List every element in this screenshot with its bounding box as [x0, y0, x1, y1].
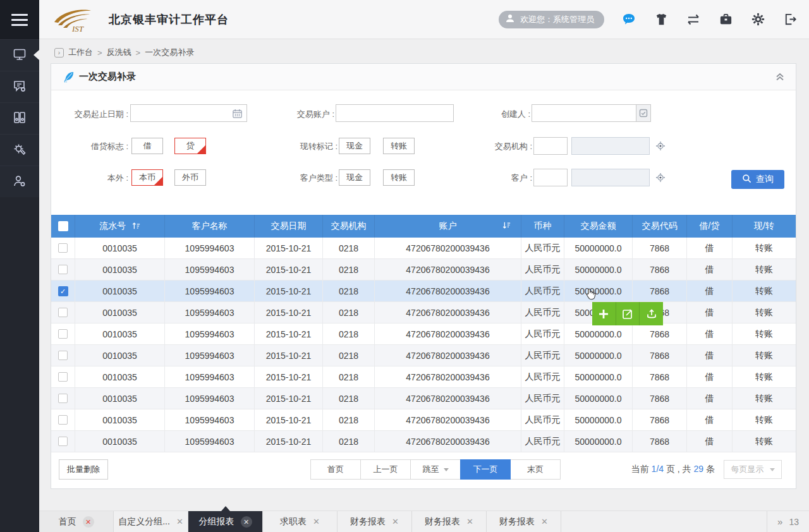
- table-row[interactable]: 001003510959946032015-10-210218472067802…: [51, 238, 796, 259]
- calendar-icon[interactable]: [232, 108, 243, 121]
- row-checkbox[interactable]: [58, 415, 68, 425]
- col-date[interactable]: 交易日期: [255, 215, 323, 238]
- row-checkbox[interactable]: [58, 372, 68, 382]
- add-icon[interactable]: [592, 302, 616, 325]
- table-row[interactable]: 001003510959946032015-10-210218472067802…: [51, 302, 796, 323]
- toggle-debit[interactable]: 借: [131, 138, 163, 154]
- col-amount[interactable]: 交易金额: [564, 215, 633, 238]
- table-row[interactable]: 001003510959946032015-10-210218472067802…: [51, 366, 796, 388]
- jump-to-page-dropdown[interactable]: 跳至: [410, 459, 461, 480]
- taskbar-tab[interactable]: 分组报表✕: [188, 511, 263, 532]
- taskbar-tab[interactable]: 财务报表✕: [338, 511, 412, 532]
- close-tab-icon[interactable]: ✕: [176, 517, 183, 526]
- row-checkbox[interactable]: [58, 329, 68, 339]
- search-button[interactable]: 查询: [731, 170, 784, 189]
- customer-locate-icon[interactable]: [655, 172, 666, 185]
- col-serial[interactable]: 流水号: [75, 215, 165, 238]
- date-range-input[interactable]: [130, 104, 247, 122]
- company-logo: IST: [49, 6, 101, 33]
- close-tab-icon[interactable]: ✕: [466, 517, 473, 526]
- row-checkbox[interactable]: ✓: [58, 286, 68, 296]
- table-cell: 人民币元: [521, 259, 564, 280]
- app-title: 北京银丰审计工作平台: [109, 12, 229, 27]
- sort-desc-icon[interactable]: [502, 221, 511, 232]
- settings-icon[interactable]: [750, 12, 765, 27]
- org-name-input[interactable]: [571, 137, 650, 155]
- export-icon[interactable]: [639, 302, 663, 325]
- col-loan[interactable]: 借/贷: [687, 215, 733, 238]
- toggle-foreign-currency[interactable]: 外币: [174, 169, 206, 186]
- col-org[interactable]: 交易机构: [323, 215, 375, 238]
- collapse-panel-icon[interactable]: [774, 71, 786, 85]
- toggle-customer-cash[interactable]: 现金: [339, 169, 370, 186]
- select-all-checkbox[interactable]: [58, 221, 68, 231]
- breadcrumb-item-workbench[interactable]: 工作台: [68, 47, 93, 58]
- account-input[interactable]: [336, 104, 454, 122]
- taskbar-tab[interactable]: 财务报表✕: [487, 511, 561, 532]
- creator-select-button[interactable]: [636, 104, 651, 122]
- toggle-transfer[interactable]: 转账: [383, 138, 415, 154]
- customer-name-input[interactable]: [571, 169, 650, 186]
- close-tab-icon[interactable]: ✕: [313, 517, 320, 526]
- table-cell: 7868: [633, 431, 687, 452]
- sidebar-item-system-tools[interactable]: [0, 134, 39, 166]
- sidebar-item-messages[interactable]: [0, 71, 39, 102]
- toggle-customer-transfer[interactable]: 转账: [383, 169, 415, 186]
- sidebar-item-archive[interactable]: [0, 102, 39, 134]
- customer-code-input[interactable]: [533, 169, 568, 186]
- close-tab-icon[interactable]: ✕: [83, 516, 94, 528]
- table-row[interactable]: 001003510959946032015-10-210218472067802…: [51, 431, 796, 452]
- prev-page-button[interactable]: 上一页: [360, 459, 411, 480]
- toolbox-icon[interactable]: [718, 12, 733, 27]
- toggle-cash[interactable]: 现金: [339, 138, 370, 154]
- breadcrumb-icon: ›: [54, 48, 64, 57]
- table-row[interactable]: 001003510959946032015-10-210218472067802…: [51, 345, 796, 366]
- row-checkbox[interactable]: [58, 308, 68, 317]
- col-account[interactable]: 账户: [375, 215, 521, 238]
- row-checkbox[interactable]: [58, 265, 68, 274]
- creator-input[interactable]: [532, 104, 636, 122]
- next-page-button[interactable]: 下一页: [460, 459, 511, 480]
- table-row[interactable]: 001003510959946032015-10-210218472067802…: [51, 409, 796, 431]
- table-cell: 0010035: [75, 366, 165, 387]
- first-page-button[interactable]: 首页: [310, 459, 361, 480]
- sort-asc-icon[interactable]: [131, 221, 140, 232]
- table-row[interactable]: ✓001003510959946032015-10-21021847206780…: [51, 281, 796, 302]
- close-tab-icon[interactable]: ✕: [392, 517, 399, 526]
- close-tab-icon[interactable]: ✕: [241, 516, 252, 528]
- taskbar-tab[interactable]: 自定义分组...✕: [114, 511, 188, 532]
- table-row[interactable]: 001003510959946032015-10-210218472067802…: [51, 259, 796, 281]
- toggle-credit[interactable]: 贷✓: [174, 138, 206, 154]
- close-tab-icon[interactable]: ✕: [541, 517, 548, 526]
- transfer-icon[interactable]: [686, 12, 701, 27]
- row-checkbox[interactable]: [58, 351, 68, 360]
- row-checkbox[interactable]: [58, 243, 68, 253]
- last-page-button[interactable]: 末页: [510, 459, 561, 480]
- col-customer-name[interactable]: 客户名称: [165, 215, 255, 238]
- col-cash[interactable]: 现/转: [733, 215, 796, 238]
- table-row[interactable]: 001003510959946032015-10-210218472067802…: [51, 388, 796, 409]
- taskbar-tab[interactable]: 求职表✕: [263, 511, 338, 532]
- logout-icon[interactable]: [782, 12, 798, 27]
- theme-icon[interactable]: [654, 12, 669, 27]
- taskbar-tab[interactable]: 财务报表✕: [412, 511, 487, 532]
- currency-flag-label: 本外 :: [51, 172, 128, 184]
- breadcrumb-item-aml[interactable]: 反洗钱: [107, 47, 131, 58]
- taskbar-tab[interactable]: 首页✕: [39, 511, 114, 532]
- row-checkbox[interactable]: [58, 394, 68, 403]
- batch-delete-button[interactable]: 批量删除: [59, 459, 108, 480]
- user-welcome-badge[interactable]: 欢迎您：系统管理员: [499, 11, 604, 28]
- table-row[interactable]: 001003510959946032015-10-210218472067802…: [51, 323, 796, 345]
- org-locate-icon[interactable]: [655, 141, 666, 154]
- messages-icon[interactable]: [621, 12, 636, 27]
- col-code[interactable]: 交易代码: [633, 215, 687, 238]
- col-currency[interactable]: 币种: [521, 215, 564, 238]
- tabs-overflow-icon[interactable]: »: [777, 516, 781, 527]
- per-page-dropdown[interactable]: 每页显示: [724, 460, 782, 479]
- sidebar-item-user-management[interactable]: [0, 166, 39, 197]
- toggle-local-currency[interactable]: 本币✓: [131, 169, 163, 186]
- menu-toggle-button[interactable]: [0, 0, 39, 39]
- org-code-input[interactable]: [533, 137, 568, 155]
- edit-icon[interactable]: [616, 302, 640, 325]
- row-checkbox[interactable]: [58, 437, 68, 446]
